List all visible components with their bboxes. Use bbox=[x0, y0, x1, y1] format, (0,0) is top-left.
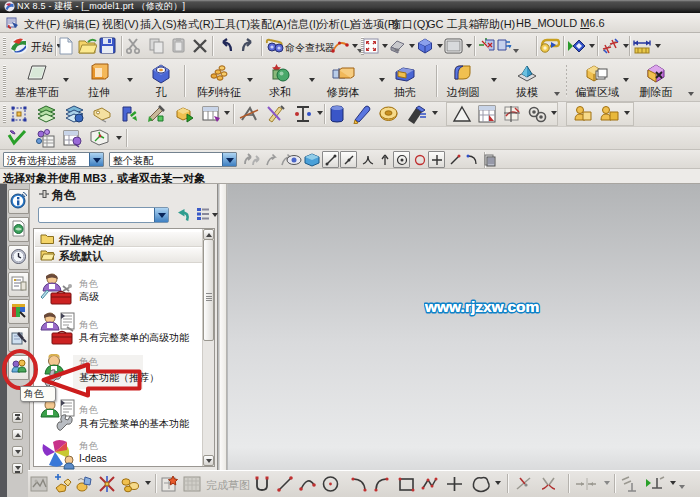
svg-text:www.rjzxw.com: www.rjzxw.com bbox=[424, 298, 539, 315]
